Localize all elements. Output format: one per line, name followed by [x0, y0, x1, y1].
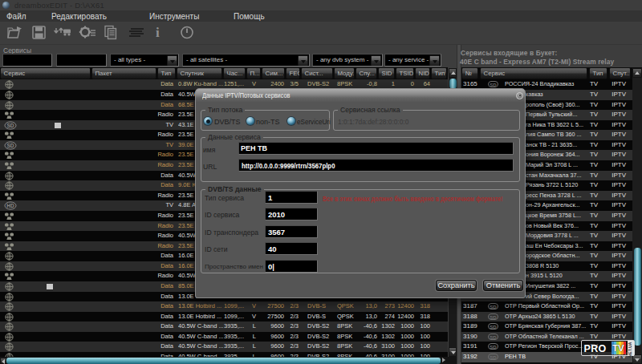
svg-text:HD: HD — [6, 203, 14, 208]
svg-text:SD: SD — [6, 143, 14, 148]
svg-text:SD: SD — [6, 123, 14, 128]
